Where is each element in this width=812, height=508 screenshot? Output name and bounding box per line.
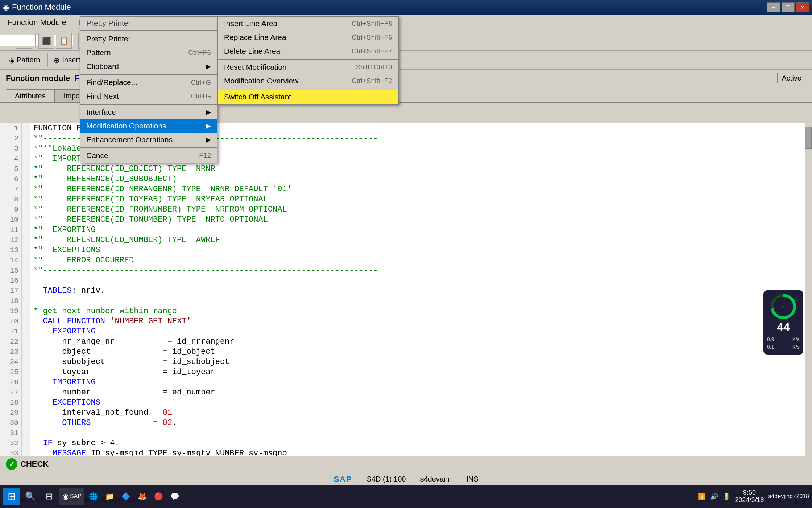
taskbar-task-icon[interactable]: ⊟ (41, 488, 58, 505)
menu-pattern[interactable]: Pattern Ctrl+F6 (80, 46, 217, 60)
line-code[interactable]: * get next number within range (30, 306, 177, 316)
menu-find-next[interactable]: Find Next Ctrl+G (80, 89, 217, 103)
taskbar-folder-icon[interactable]: 📁 (102, 488, 117, 505)
line-code[interactable] (30, 276, 33, 286)
mod-ops-menu: Insert Line Area Ctrl+Shift+F8 Replace L… (218, 16, 399, 105)
line-code[interactable]: *" REFERENCE(ID_FROMNUMBER) TYPE NRFROM … (30, 205, 287, 215)
line-code[interactable]: EXPORTING (30, 327, 96, 337)
line-code[interactable]: nr_range_nr = id_nrrangenr (30, 337, 235, 347)
fm-label: Function module (6, 74, 70, 83)
code-line-6: 6*" REFERENCE(ID_SUBOBJECT) (0, 174, 805, 184)
mod-ops-insert-line[interactable]: Insert Line Area Ctrl+Shift+F8 (218, 17, 398, 30)
line-code[interactable]: *" EXPORTING (30, 225, 96, 235)
line-code[interactable]: IMPORTING (30, 377, 96, 388)
taskbar-app5-icon[interactable]: 🔴 (151, 488, 166, 505)
taskbar: ⊞ 🔍 ⊟ ◉ SAP 🌐 📁 🔷 🦊 🔴 💬 📶 🔊 🔋 9:50 2024/… (0, 485, 812, 508)
line-number: 3 (0, 144, 22, 154)
toolbar-separator-2 (75, 34, 75, 47)
line-code[interactable]: CALL FUNCTION 'NUMBER_GET_NEXT' (30, 316, 191, 327)
mod-ops-sep-1 (218, 59, 398, 60)
mod-ops-switch-off[interactable]: Switch Off Assistant (218, 90, 398, 104)
line-code[interactable]: subobject = id_subobject (30, 357, 229, 367)
line-code[interactable]: *" REFERENCE(ID_TONUMBER) TYPE NRTO OPTI… (30, 215, 268, 225)
scrollbar-vertical[interactable] (805, 123, 812, 472)
line-code[interactable]: *"--------------------------------------… (30, 266, 378, 276)
minimize-button[interactable]: − (767, 2, 780, 12)
toolbar-search-input-wrapper[interactable] (16, 33, 32, 49)
code-line-15: 15*"------------------------------------… (0, 266, 805, 276)
maximize-button[interactable]: □ (782, 2, 795, 12)
line-number: 22 (0, 337, 22, 347)
edit-menu-sep-1 (80, 74, 217, 75)
taskbar-app4-icon[interactable]: 🦊 (135, 488, 150, 505)
menu-cancel[interactable]: Cancel F12 (80, 149, 217, 163)
line-code[interactable]: *" EXCEPTIONS (30, 245, 100, 255)
taskbar-edge-icon[interactable]: 🌐 (86, 488, 101, 505)
line-code[interactable]: OTHERS = 02. (30, 418, 177, 428)
code-line-9: 9*" REFERENCE(ID_FROMNUMBER) TYPE NRFROM… (0, 205, 805, 215)
scrollbar-thumb[interactable] (805, 127, 812, 149)
taskbar-clock: 9:50 2024/3/18 (735, 489, 764, 504)
edit-menu: Pretty Printer Pretty Printer Pattern Ct… (80, 16, 218, 163)
menu-clipboard[interactable]: Clipboard ▶ (80, 60, 217, 73)
line-marker (22, 235, 30, 245)
line-number: 26 (0, 377, 22, 388)
line-code[interactable]: IF sy-subrc > 4. (30, 438, 120, 448)
menu-interface[interactable]: Interface ▶ (80, 105, 217, 119)
code-line-18: 18 (0, 296, 805, 306)
line-code[interactable]: EXCEPTIONS (30, 398, 100, 408)
line-code[interactable]: interval_not_found = 01 (30, 408, 172, 418)
line-code[interactable]: *" REFERENCE(ID_SUBOBJECT) (30, 174, 177, 184)
line-code[interactable]: toyear = id_toyear (30, 367, 215, 377)
line-marker (22, 347, 30, 357)
line-number: 14 (0, 255, 22, 266)
line-number: 1 (0, 123, 22, 134)
taskbar-app3-icon[interactable]: 🔷 (119, 488, 133, 505)
line-marker (22, 357, 30, 367)
taskbar-sysinfo: s4devjing×2018 (768, 493, 809, 500)
code-line-23: 23 object = id_object (0, 347, 805, 357)
line-marker (22, 266, 30, 276)
line-code[interactable]: *" REFERENCE(ID_OBJECT) TYPE NRNR (30, 164, 215, 174)
menu-modification-ops[interactable]: Modification Operations ▶ (80, 119, 217, 133)
toolbar-btn-1[interactable]: ⬛ (38, 33, 54, 49)
code-line-29: 29 interval_not_found = 01 (0, 408, 805, 418)
mod-ops-delete-line[interactable]: Delete Line Area Ctrl+Shift+F7 (218, 44, 398, 58)
menu-find-replace[interactable]: Find/Replace... Ctrl+G (80, 75, 217, 89)
menu-function-module[interactable]: Function Module (1, 16, 72, 29)
menu-pretty-printer[interactable]: Pretty Printer (80, 32, 217, 46)
line-code[interactable]: *" REFERENCE(ID_TOYEAR) TYPE NRYEAR OPTI… (30, 194, 268, 205)
line-code[interactable] (30, 428, 33, 438)
line-code[interactable]: *" REFERENCE(ED_NUMBER) TYPE AWREF (30, 235, 220, 245)
code-line-17: 17 TABLES: nriv. (0, 286, 805, 296)
code-line-31: 31 (0, 428, 805, 438)
mod-ops-overview[interactable]: Modification Overview Ctrl+Shift+F2 (218, 74, 398, 88)
line-number: 5 (0, 164, 22, 174)
code-line-13: 13*" EXCEPTIONS (0, 245, 805, 255)
tab-attributes[interactable]: Attributes (6, 89, 54, 102)
close-button[interactable]: × (796, 2, 809, 12)
line-number: 24 (0, 357, 22, 367)
mod-ops-replace-line[interactable]: Replace Line Area Ctrl+Shift+F6 (218, 30, 398, 44)
toolbar-btn-2[interactable]: 📋 (56, 33, 72, 49)
start-button[interactable]: ⊞ (3, 488, 20, 505)
toolbar2-pattern-btn[interactable]: ◈ Pattern (3, 53, 46, 67)
line-code[interactable]: number = ed_number (30, 388, 215, 398)
line-code[interactable]: object = id_object (30, 347, 215, 357)
mod-ops-reset[interactable]: Reset Modification Shift+Ctrl+0 (218, 60, 398, 74)
check-label: CHECK (20, 459, 49, 469)
line-code[interactable] (30, 296, 33, 306)
line-code[interactable]: *" ERROR_OCCURRED (30, 255, 134, 266)
line-number: 6 (0, 174, 22, 184)
line-code[interactable]: TABLES: nriv. (30, 286, 105, 296)
taskbar-app6-icon[interactable]: 💬 (167, 488, 182, 505)
menu-enhancement-ops[interactable]: Enhancement Operations ▶ (80, 133, 217, 147)
code-line-7: 7*" REFERENCE(ID_NRRANGENR) TYPE NRNR DE… (0, 184, 805, 194)
line-marker (22, 276, 30, 286)
taskbar-app-sap[interactable]: ◉ SAP (59, 488, 84, 505)
line-number: 27 (0, 388, 22, 398)
enh-ops-arrow: ▶ (206, 136, 211, 144)
line-number: 30 (0, 418, 22, 428)
taskbar-search-icon[interactable]: 🔍 (22, 488, 39, 505)
line-code[interactable]: *" REFERENCE(ID_NRRANGENR) TYPE NRNR DEF… (30, 184, 292, 194)
